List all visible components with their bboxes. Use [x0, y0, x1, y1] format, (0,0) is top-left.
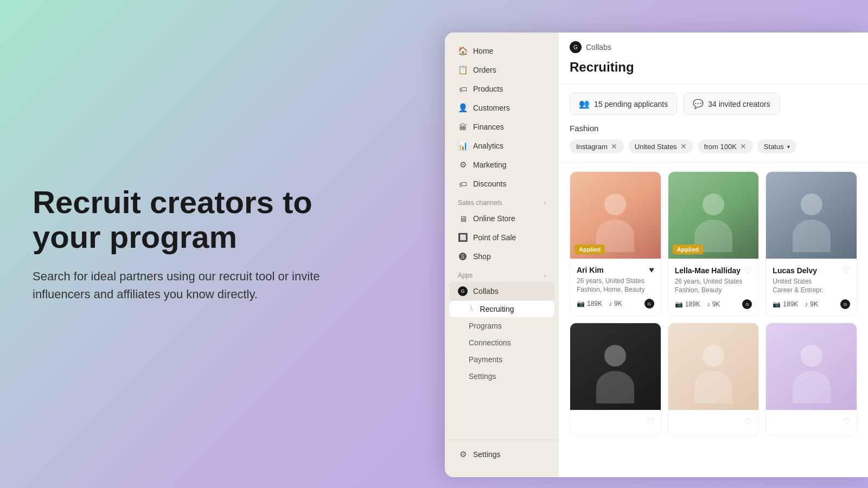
marketing-icon: ⚙ [458, 160, 468, 170]
sidebar-item-online-store[interactable]: 🖥 Online Store [449, 209, 554, 228]
card-name-row-6: ♡ [773, 416, 850, 427]
creator-stats-ari: 📷 189K ♪ 9K G [577, 299, 654, 309]
applied-badge-ari: Applied [575, 245, 605, 254]
invited-label: 34 invited creators [708, 100, 770, 108]
tiktok-icon-ari: ♪ [609, 300, 612, 307]
creator-card-body-6: ♡ [766, 410, 857, 435]
sidebar-item-products[interactable]: 🏷 Products [449, 80, 554, 98]
hero-section: Recruit creators to your program Search … [33, 185, 336, 303]
sidebar-item-customers[interactable]: 👤 Customers [449, 99, 554, 117]
card-name-row-4: ♡ [577, 416, 654, 427]
creator-card-6[interactable]: ♡ [765, 323, 857, 436]
sidebar-sub-programs[interactable]: Programs [449, 318, 554, 334]
sidebar-sub-connections[interactable]: Connections [449, 335, 554, 351]
discounts-icon: 🏷 [458, 179, 468, 189]
creator-card-4[interactable]: ♡ [570, 323, 661, 436]
filter-tag-status[interactable]: Status ▾ [757, 139, 796, 153]
apps-label: Apps › [445, 266, 559, 281]
filter-tag-us[interactable]: United States ✕ [628, 139, 693, 153]
creator-categories-ari: Fashion, Home, Beauty [577, 286, 654, 293]
shop-icon: 🅢 [458, 252, 468, 261]
sidebar-item-orders[interactable]: 📋 Orders [449, 61, 554, 79]
applied-badge-lella: Applied [673, 245, 703, 254]
instagram-icon-ari: 📷 [577, 300, 585, 307]
sidebar-item-point-of-sale[interactable]: 🔲 Point of Sale [449, 228, 554, 247]
sidebar-item-analytics[interactable]: 📊 Analytics [449, 137, 554, 155]
like-button-ari[interactable]: ♥ [649, 265, 654, 275]
creator-card-body-5: ♡ [668, 410, 759, 435]
sidebar-sub-recruiting[interactable]: └ Recruiting [449, 301, 554, 317]
orders-icon: 📋 [458, 65, 468, 75]
filter-tag-status-label: Status [764, 143, 784, 151]
creator-card-body-4: ♡ [570, 410, 661, 435]
products-icon: 🏷 [458, 84, 468, 94]
sidebar-bottom: ⚙ Settings [445, 440, 559, 468]
sub-arrow-icon: └ [469, 305, 474, 313]
creator-name-lucas: Lucas Delvy [773, 266, 817, 275]
filter-tags: Instagram ✕ United States ✕ from 100K ✕ … [570, 139, 857, 153]
tiktok-stat-lucas: ♪ 9K [805, 300, 818, 308]
creator-card-lucas[interactable]: Lucas Delvy ♡ United States Career & Ent… [765, 171, 857, 316]
creator-card-body-ari: Ari Kim ♥ 26 years, United States Fashio… [570, 259, 661, 315]
creator-name-ari: Ari Kim [577, 266, 604, 274]
creator-categories-lucas: Career & Entrepr. [773, 286, 850, 294]
collab-icon-lucas: G [840, 299, 850, 309]
filter-tag-100k[interactable]: from 100K ✕ [698, 139, 753, 153]
home-icon: 🏠 [458, 46, 468, 56]
filter-tag-instagram-label: Instagram [576, 143, 608, 151]
collabs-header-icon: G [570, 41, 582, 53]
analytics-icon: 📊 [458, 141, 468, 151]
page-title: Recruiting [570, 60, 857, 75]
pending-applicants-badge[interactable]: 👥 15 pending applicants [570, 93, 677, 115]
instagram-icon-lucas: 📷 [773, 300, 781, 308]
collabs-tab-label: Collabs [586, 43, 611, 52]
sidebar-sub-payments[interactable]: Payments [449, 351, 554, 368]
invited-creators-badge[interactable]: 💬 34 invited creators [684, 93, 779, 115]
like-button-6[interactable]: ♡ [843, 416, 850, 427]
pending-icon: 👥 [579, 99, 590, 109]
like-button-lucas[interactable]: ♡ [843, 265, 850, 275]
online-store-icon: 🖥 [458, 214, 468, 223]
pending-label: 15 pending applicants [594, 100, 668, 108]
finances-icon: 🏛 [458, 122, 468, 132]
card-name-row-5: ♡ [675, 416, 752, 427]
filter-tag-us-label: United States [635, 143, 677, 151]
content-header: G Collabs Recruiting [559, 33, 868, 84]
like-button-4[interactable]: ♡ [647, 416, 654, 427]
creator-card-5[interactable]: ♡ [668, 323, 760, 436]
sidebar-item-finances[interactable]: 🏛 Finances [449, 118, 554, 136]
sidebar-sub-settings[interactable]: Settings [449, 368, 554, 384]
creator-card-body-lucas: Lucas Delvy ♡ United States Career & Ent… [766, 259, 857, 316]
creator-meta-lella: 26 years, United States [675, 278, 752, 285]
creators-grid: Applied Ari Kim ♥ 26 years, United State… [559, 163, 868, 477]
creator-image-6 [766, 323, 857, 410]
sales-channels-chevron: › [544, 200, 546, 206]
creator-image-lella: Applied [668, 172, 759, 259]
status-chevron-icon: ▾ [787, 144, 790, 150]
sidebar-item-marketing[interactable]: ⚙ Marketing [449, 156, 554, 174]
tiktok-icon-lucas: ♪ [805, 300, 808, 308]
filter-tag-100k-label: from 100K [704, 143, 737, 151]
sidebar-item-collabs[interactable]: G Collabs [449, 282, 554, 300]
sidebar-item-settings[interactable]: ⚙ Settings [449, 445, 554, 464]
creator-stats-lella: 📷 189K ♪ 9K G [675, 299, 752, 309]
sidebar-item-discounts[interactable]: 🏷 Discounts [449, 175, 554, 193]
filter-tag-instagram[interactable]: Instagram ✕ [570, 139, 624, 153]
creator-card-lella[interactable]: Applied Lella-Mae Halliday ♡ 26 years, U… [668, 171, 760, 316]
card-name-row-ari: Ari Kim ♥ [577, 265, 654, 275]
remove-100k-icon[interactable]: ✕ [740, 142, 746, 151]
like-button-lella[interactable]: ♡ [744, 265, 752, 275]
remove-us-icon[interactable]: ✕ [680, 142, 687, 151]
creator-image-lucas [766, 172, 857, 259]
sidebar: 🏠 Home 📋 Orders 🏷 Products 👤 Customers 🏛… [445, 33, 559, 477]
like-button-5[interactable]: ♡ [744, 416, 752, 427]
sales-channels-label: Sales channels › [445, 194, 559, 209]
sidebar-item-home[interactable]: 🏠 Home [449, 42, 554, 60]
sidebar-item-shop[interactable]: 🅢 Shop [449, 247, 554, 266]
collab-icon-lella: G [742, 299, 752, 309]
creator-image-ari-kim: Applied [570, 172, 661, 259]
collabs-tab: G Collabs [570, 41, 857, 53]
creator-card-ari-kim[interactable]: Applied Ari Kim ♥ 26 years, United State… [570, 171, 661, 316]
creator-name-lella: Lella-Mae Halliday [675, 266, 741, 275]
remove-instagram-icon[interactable]: ✕ [611, 142, 617, 151]
